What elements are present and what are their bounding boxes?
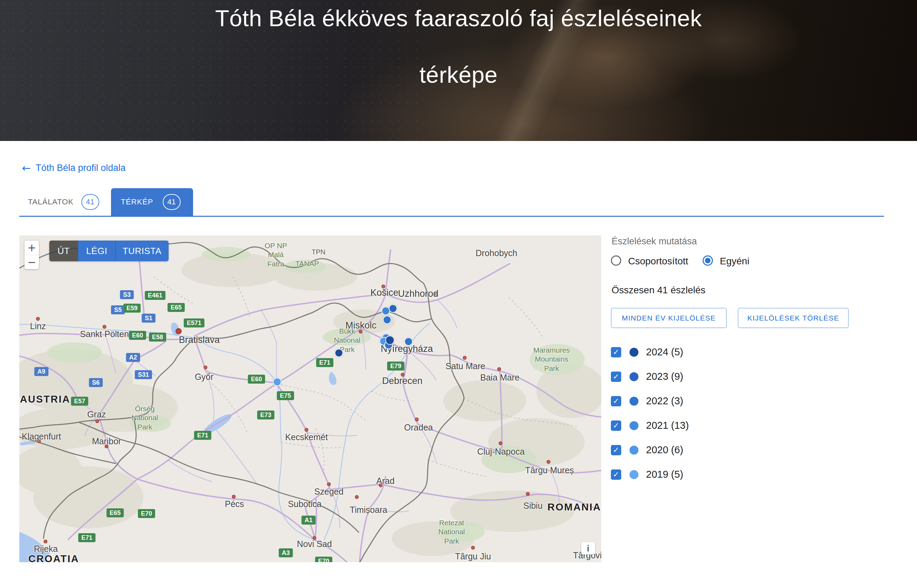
year-color-dot — [629, 446, 639, 455]
select-all-years-button[interactable]: MINDEN ÉV KIJELÖLÉSE — [611, 308, 727, 328]
observation-dot[interactable] — [383, 316, 391, 324]
year-label: 2024 (5) — [646, 346, 683, 358]
year-row: ✓2021 (13) — [611, 413, 917, 438]
map-canvas[interactable]: LinzSankt PöltenBratislavaGyőrGrazKlagen… — [19, 236, 601, 562]
map-type-ut[interactable]: ÚT — [49, 241, 78, 261]
page: Tóth Béla ékköves faaraszoló faj észlelé… — [0, 0, 917, 588]
radio-csoportositott-label: Csoportosított — [628, 256, 688, 267]
year-checkbox[interactable]: ✓ — [611, 347, 621, 357]
radio-egyeni[interactable] — [703, 255, 713, 266]
year-label: 2022 (3) — [646, 395, 683, 407]
year-color-dot — [629, 348, 639, 357]
observations-display-title: Észlelések mutatása — [611, 236, 697, 247]
clear-selections-button[interactable]: KIJELÖLÉSEK TÖRLÉSE — [738, 308, 849, 328]
year-checkbox[interactable]: ✓ — [611, 372, 621, 382]
tab-talalatok-count: 41 — [86, 197, 94, 207]
year-row: ✓2019 (5) — [611, 462, 917, 487]
radio-egyeni-label: Egyéni — [720, 256, 749, 267]
map-info-button[interactable]: i — [581, 542, 595, 554]
tab-terkep-count: 41 — [167, 197, 175, 207]
page-title-line1: Tóth Béla ékköves faaraszoló faj észlelé… — [0, 5, 917, 31]
map-type-switcher: ÚT LÉGI TURISTA — [49, 241, 168, 261]
tab-terkep[interactable]: TÉRKÉP 41 — [111, 188, 193, 216]
year-row: ✓2020 (6) — [611, 438, 917, 462]
map-observations — [19, 236, 601, 562]
map-zoom-control: + − — [24, 241, 39, 269]
tab-terkep-count-badge: 41 — [163, 194, 181, 210]
radio-csoportositott[interactable] — [611, 255, 621, 266]
tab-talalatok-label: TALÁLATOK — [28, 197, 74, 207]
observation-dot[interactable] — [273, 378, 281, 386]
year-checkbox[interactable]: ✓ — [611, 469, 621, 480]
back-link[interactable]: ← Tóth Béla profil oldala — [22, 163, 126, 173]
sidebar: Észlelések mutatása Csoportosított Egyén… — [611, 236, 917, 562]
year-filter-list: ✓2024 (5)✓2023 (9)✓2022 (3)✓2021 (13)✓20… — [611, 340, 917, 487]
year-label: 2019 (5) — [646, 469, 683, 480]
map-type-legi[interactable]: LÉGI — [78, 241, 115, 261]
year-label: 2023 (9) — [646, 371, 683, 382]
year-checkbox[interactable]: ✓ — [611, 420, 621, 431]
zoom-out-button[interactable]: − — [24, 255, 39, 269]
year-color-dot — [629, 470, 639, 479]
year-color-dot — [629, 372, 639, 381]
tab-underline — [19, 216, 884, 217]
page-title-line2: térképe — [0, 61, 917, 88]
year-label: 2020 (6) — [646, 444, 683, 456]
year-color-dot — [629, 397, 639, 405]
zoom-in-button[interactable]: + — [24, 241, 39, 255]
back-link-label: Tóth Béla profil oldala — [36, 163, 126, 173]
year-checkbox[interactable]: ✓ — [611, 396, 621, 406]
total-observations-text: Összesen 41 észlelés — [611, 285, 705, 296]
year-row: ✓2023 (9) — [611, 364, 917, 389]
observation-dot[interactable] — [335, 349, 343, 357]
map-type-turista[interactable]: TURISTA — [115, 241, 168, 261]
tab-bar: TALÁLATOK 41 TÉRKÉP 41 — [19, 188, 193, 216]
observation-dot[interactable] — [404, 338, 413, 346]
tab-terkep-label: TÉRKÉP — [121, 197, 154, 207]
year-color-dot — [629, 421, 639, 430]
tab-talalatok[interactable]: TALÁLATOK 41 — [19, 188, 111, 216]
observation-dot[interactable] — [389, 304, 398, 313]
hero-banner: Tóth Béla ékköves faaraszoló faj észlelé… — [0, 0, 917, 141]
year-label: 2021 (13) — [646, 420, 689, 431]
back-arrow-icon: ← — [22, 163, 31, 173]
observation-dot[interactable] — [385, 336, 395, 345]
year-row: ✓2024 (5) — [611, 340, 917, 364]
year-checkbox[interactable]: ✓ — [611, 445, 621, 455]
year-row: ✓2022 (3) — [611, 389, 917, 413]
tab-talalatok-count-badge: 41 — [81, 194, 99, 210]
